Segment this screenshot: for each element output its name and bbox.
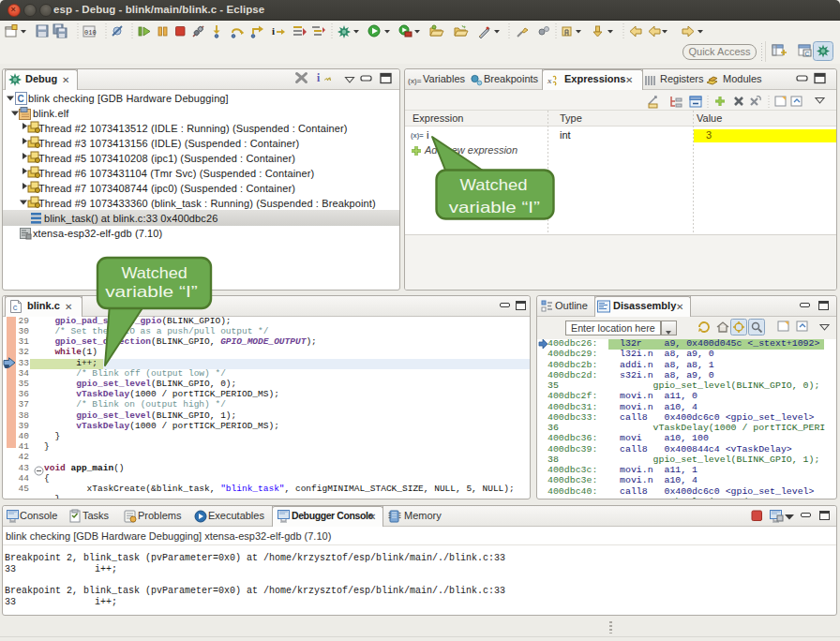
svg-text:Watched: Watched <box>460 176 528 193</box>
svg-text:variable “I”: variable “I” <box>449 199 540 216</box>
svg-text:Watched: Watched <box>121 264 188 281</box>
svg-text:variable “I”: variable “I” <box>105 283 198 300</box>
